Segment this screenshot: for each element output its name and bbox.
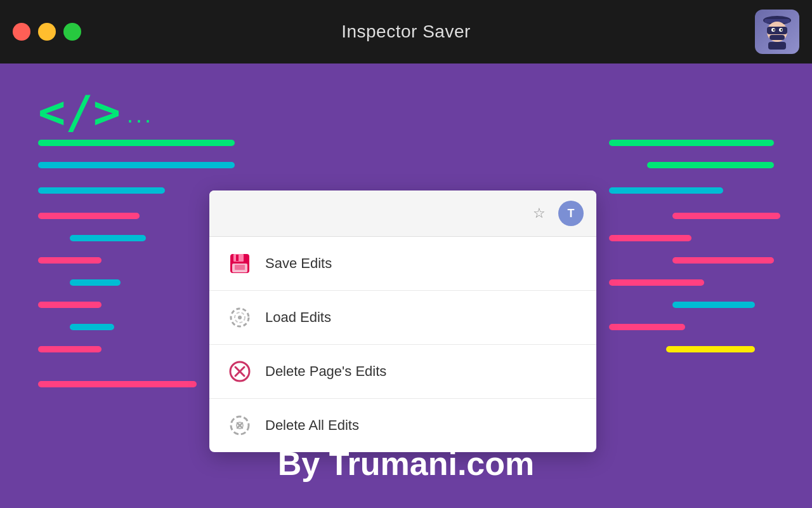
svg-rect-25	[672, 257, 774, 264]
svg-rect-3	[767, 27, 787, 34]
load-edits-label: Load Edits	[265, 309, 331, 326]
delete-all-edits-icon	[227, 413, 252, 438]
traffic-light-green[interactable]	[63, 23, 81, 41]
svg-rect-10	[38, 140, 235, 146]
code-brackets: </>	[38, 89, 121, 135]
svg-rect-31	[38, 381, 197, 387]
svg-rect-29	[666, 346, 755, 352]
save-edits-label: Save Edits	[265, 255, 332, 272]
svg-rect-8	[769, 35, 785, 40]
svg-rect-11	[38, 162, 235, 168]
star-icon: ☆	[533, 205, 546, 222]
traffic-lights	[13, 23, 81, 41]
svg-rect-23	[672, 213, 780, 219]
svg-point-7	[781, 29, 783, 31]
svg-rect-36	[235, 265, 245, 270]
delete-all-edits-label: Delete All Edits	[265, 417, 359, 434]
delete-page-edits-label: Delete Page's Edits	[265, 363, 386, 380]
app-logo	[755, 10, 799, 54]
save-edits-icon	[227, 251, 252, 276]
app-title: Inspector Saver	[341, 22, 471, 42]
svg-rect-34	[236, 255, 239, 261]
popup-header: ☆ T	[209, 190, 596, 237]
traffic-light-yellow[interactable]	[38, 23, 56, 41]
code-icon-area: </> ...	[38, 89, 154, 135]
svg-rect-9	[768, 42, 786, 50]
svg-rect-18	[70, 324, 114, 330]
svg-rect-28	[609, 324, 685, 330]
popup-menu: ☆ T Save Edits	[209, 190, 596, 452]
svg-rect-27	[672, 302, 755, 308]
traffic-light-red[interactable]	[13, 23, 30, 41]
svg-rect-26	[609, 279, 704, 286]
main-content: </> ... ☆ T	[0, 64, 812, 508]
svg-rect-17	[38, 302, 102, 308]
ninja-icon	[758, 13, 796, 51]
svg-rect-12	[38, 187, 165, 194]
svg-rect-13	[38, 213, 140, 219]
svg-point-39	[238, 316, 242, 319]
load-edits-item[interactable]: Load Edits	[209, 291, 596, 345]
svg-rect-16	[70, 279, 121, 286]
svg-rect-14	[70, 235, 146, 241]
svg-rect-21	[647, 162, 774, 168]
svg-rect-24	[609, 235, 691, 241]
svg-rect-19	[38, 346, 102, 352]
delete-page-edits-item[interactable]: Delete Page's Edits	[209, 345, 596, 399]
svg-rect-15	[38, 257, 102, 264]
svg-rect-22	[609, 187, 723, 194]
svg-rect-20	[609, 140, 774, 146]
title-bar: Inspector Saver	[0, 0, 812, 64]
code-dots: ...	[127, 102, 154, 135]
delete-page-icon	[227, 359, 252, 384]
svg-point-6	[773, 29, 775, 31]
avatar-initial: T	[568, 207, 575, 220]
branding-text: By Trumani.com	[278, 444, 535, 483]
profile-avatar-button[interactable]: T	[558, 201, 584, 226]
save-edits-item[interactable]: Save Edits	[209, 237, 596, 291]
star-button[interactable]: ☆	[528, 202, 551, 225]
load-edits-icon	[227, 305, 252, 330]
